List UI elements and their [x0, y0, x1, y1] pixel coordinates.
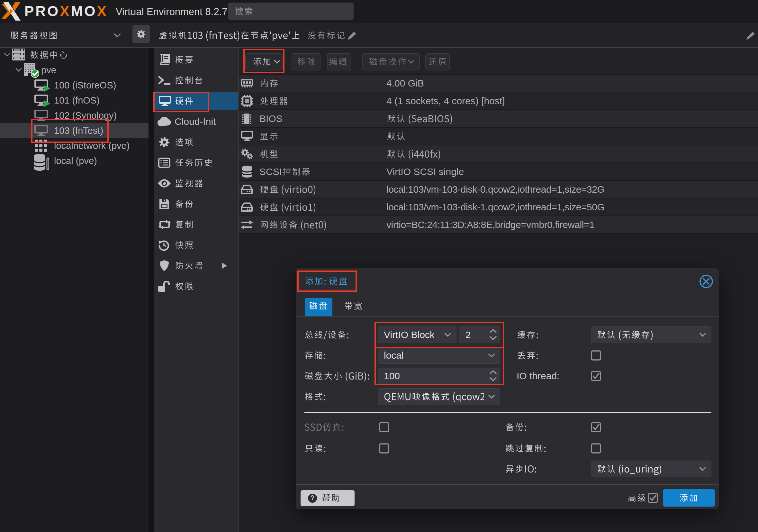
- svg-text:?: ?: [310, 494, 314, 502]
